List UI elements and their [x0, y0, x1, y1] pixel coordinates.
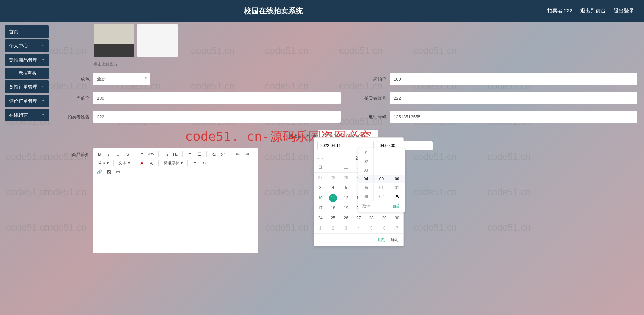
seller-name-input[interactable]	[93, 111, 341, 123]
bold-icon[interactable]: B	[96, 150, 103, 158]
time-option[interactable]	[389, 192, 405, 201]
time-option[interactable]	[389, 148, 405, 157]
condition-select[interactable]	[93, 73, 150, 85]
calendar-day[interactable]: 18	[327, 203, 339, 213]
font-family-select[interactable]: 标准字体 ▾	[162, 160, 184, 166]
time-option[interactable]: 01	[358, 148, 373, 157]
current-price-input[interactable]	[93, 92, 341, 104]
calendar-day[interactable]: 2	[327, 223, 339, 233]
time-option[interactable]: 02	[358, 157, 373, 166]
calendar-day[interactable]: 12	[339, 193, 352, 203]
calendar-day[interactable]: 29	[378, 213, 391, 223]
time-option[interactable]: 04	[358, 175, 373, 183]
logout-front-link[interactable]: 退出到前台	[580, 8, 606, 14]
sidebar-message[interactable]: 在线留言﹀	[5, 109, 49, 121]
chevron-down-icon: ﹀	[41, 95, 45, 107]
time-option[interactable]	[374, 157, 389, 166]
code-icon[interactable]: </>	[148, 150, 155, 158]
quote-icon[interactable]: ❝	[138, 150, 146, 158]
calendar-day[interactable]: 3	[314, 183, 327, 193]
sidebar-auction-goods[interactable]: 竞拍商品	[5, 68, 49, 79]
sub-icon[interactable]: x₂	[210, 150, 217, 158]
text-style-select[interactable]: 文本 ▾	[117, 160, 131, 166]
time-option[interactable]	[374, 148, 389, 157]
sidebar-personal[interactable]: 个人中心﹀	[5, 39, 49, 52]
seller-account-label: 拍卖者账号	[361, 92, 390, 101]
ul-icon[interactable]: ☰	[195, 150, 203, 158]
strike-icon[interactable]: S	[124, 150, 131, 158]
now-button[interactable]: 此刻	[377, 237, 385, 243]
time-option[interactable]: 03	[358, 166, 373, 175]
logout-link[interactable]: 退出登录	[614, 8, 634, 14]
phone-label: 电话号码	[361, 111, 390, 120]
time-option[interactable]	[389, 166, 405, 175]
calendar-day[interactable]: 11	[329, 194, 337, 202]
font-color-icon[interactable]: A	[138, 159, 146, 167]
video-icon[interactable]: ▭	[114, 168, 122, 175]
calendar-day[interactable]: 5	[339, 183, 352, 193]
sidebar-review-mgmt[interactable]: 评价订单管理﹀	[5, 95, 49, 107]
bg-color-icon[interactable]: A	[148, 159, 155, 167]
product-image[interactable]	[94, 24, 134, 57]
prev-month-icon[interactable]: ‹	[322, 156, 323, 160]
start-price-label: 起拍价	[361, 73, 390, 82]
calendar-day[interactable]: 1	[314, 223, 327, 233]
link-icon[interactable]: 🔗	[96, 168, 103, 175]
seller-account-input[interactable]	[390, 92, 637, 104]
date-ok-button[interactable]: 确定	[391, 237, 399, 243]
sidebar-auction-mgmt[interactable]: 竞拍商品管理﹀	[5, 54, 49, 66]
align-icon[interactable]: ≡	[191, 159, 199, 167]
underline-icon[interactable]: U	[114, 150, 122, 158]
calendar-day[interactable]: 5	[365, 223, 378, 233]
calendar-day[interactable]: 24	[314, 213, 327, 223]
sidebar-home[interactable]: 首页	[5, 25, 49, 38]
outdent-icon[interactable]: ⇥	[243, 150, 251, 158]
calendar-day[interactable]: 4	[327, 183, 339, 193]
time-option[interactable]: 00	[374, 175, 389, 183]
calendar-day[interactable]: 28	[327, 173, 339, 183]
sidebar-order-mgmt[interactable]: 竞拍订单管理﹀	[5, 80, 49, 93]
ol-icon[interactable]: ≡	[186, 150, 193, 158]
desc-label: 商品简介	[64, 148, 93, 158]
h1-icon[interactable]: H₁	[162, 150, 170, 158]
calendar-day[interactable]: 6	[378, 223, 391, 233]
upload-image-box[interactable]	[137, 24, 178, 57]
time-option[interactable]: 00	[389, 175, 405, 183]
upload-hint: 点击上传图片	[94, 61, 637, 67]
time-cancel-button[interactable]: 取消	[362, 204, 370, 209]
phone-input[interactable]	[390, 111, 637, 123]
h2-icon[interactable]: H₂	[172, 150, 179, 158]
calendar-day[interactable]: 4	[352, 223, 365, 233]
image-icon[interactable]: 🖼	[105, 168, 112, 175]
calendar-day[interactable]: 7	[391, 223, 403, 233]
calendar-day[interactable]: 27	[314, 173, 327, 183]
sup-icon[interactable]: x²	[219, 150, 227, 158]
calendar-day[interactable]: 26	[339, 213, 352, 223]
calendar-day[interactable]: 19	[339, 203, 352, 213]
clear-icon[interactable]: Tₓ	[201, 159, 208, 167]
seller-name-label: 拍卖者姓名	[64, 111, 93, 120]
italic-icon[interactable]: I	[105, 150, 112, 158]
start-price-input[interactable]	[390, 73, 637, 85]
calendar-day[interactable]: 29	[339, 173, 352, 183]
calendar-day[interactable]: 28	[365, 213, 378, 223]
header-user[interactable]: 拍卖者 222	[547, 8, 572, 14]
indent-icon[interactable]: ⇤	[234, 150, 241, 158]
time-ok-button[interactable]: 确定	[393, 204, 401, 209]
time-option[interactable]: 01	[374, 183, 389, 192]
time-option[interactable]	[389, 157, 405, 166]
time-option[interactable]: 01	[389, 183, 405, 192]
time-option[interactable]	[374, 166, 389, 175]
font-size-select[interactable]: 14px ▾	[96, 161, 110, 165]
prev-year-icon[interactable]: «	[317, 156, 319, 160]
calendar-day[interactable]: 3	[339, 223, 352, 233]
time-option[interactable]: 05	[358, 183, 373, 192]
calendar-day[interactable]: 30	[391, 213, 403, 223]
editor-body[interactable]	[93, 179, 258, 253]
calendar-day[interactable]: 17	[314, 203, 327, 213]
calendar-day[interactable]: 27	[352, 213, 365, 223]
time-option[interactable]: 02	[374, 192, 389, 201]
calendar-day[interactable]: 10	[314, 193, 327, 203]
calendar-day[interactable]: 25	[327, 213, 339, 223]
time-option[interactable]: 06	[358, 192, 373, 201]
